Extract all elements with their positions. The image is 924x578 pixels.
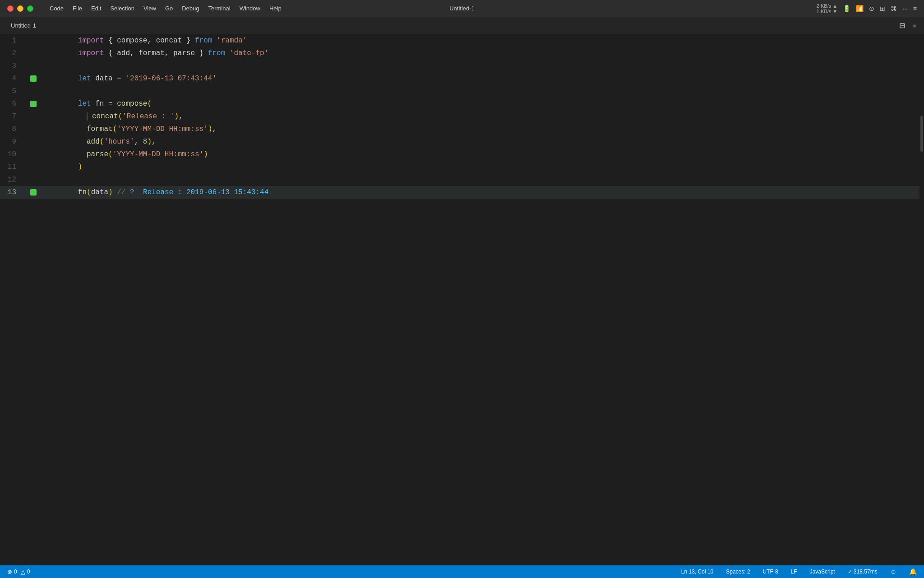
language-mode[interactable]: JavaScript <box>808 569 837 575</box>
line-number-7: 7 <box>0 110 27 123</box>
minimize-button[interactable] <box>17 5 23 12</box>
error-count-value: 0 <box>14 569 17 575</box>
line-number-2: 2 <box>0 47 27 60</box>
title-bar-right: 2 KB/s ▲1 KB/s ▼ 🔋 📶 ⊙ ⊞ ⌘ ··· ≡ <box>817 3 917 14</box>
status-right: Ln 13, Col 10 Spaces: 2 UTF-8 LF JavaScr… <box>679 568 919 575</box>
menu-view[interactable]: View <box>140 4 160 13</box>
line-number-11: 11 <box>0 161 27 173</box>
breakpoint-6[interactable] <box>30 101 37 107</box>
line-content-13: fn(data) // ? Release : 2019-06-13 15:43… <box>40 173 924 211</box>
line-number-8: 8 <box>0 123 27 135</box>
cursor-position[interactable]: Ln 13, Col 10 <box>679 569 715 575</box>
eol[interactable]: LF <box>789 569 799 575</box>
line-number-5: 5 <box>0 85 27 98</box>
dot-icon: ● <box>912 22 917 30</box>
line-number-9: 9 <box>0 135 27 148</box>
status-left: ⊗ 0 △ 0 <box>5 569 32 575</box>
maximize-button[interactable] <box>27 5 33 12</box>
gutter-4 <box>27 75 40 82</box>
bandwidth-display: 2 KB/s ▲1 KB/s ▼ <box>817 3 837 14</box>
menu-file[interactable]: File <box>69 4 86 13</box>
line-number-3: 3 <box>0 60 27 72</box>
more-icon: ··· <box>902 5 908 12</box>
line-number-12: 12 <box>0 173 27 186</box>
wifi-icon: 📶 <box>856 5 864 12</box>
window-title: Untitled-1 <box>449 5 475 12</box>
menu-selection[interactable]: Selection <box>106 4 138 13</box>
menu-terminal[interactable]: Terminal <box>205 4 234 13</box>
menu-debug[interactable]: Debug <box>178 4 203 13</box>
error-count[interactable]: ⊗ 0 △ 0 <box>5 569 32 575</box>
code-line-11: 11 ) <box>0 161 924 173</box>
warning-icon: △ <box>21 569 25 575</box>
editor[interactable]: 1 import { compose, concat } from 'ramda… <box>0 34 924 565</box>
split-editor-icon[interactable]: ⊟ <box>899 21 905 30</box>
code-line-4: 4 let data = '2019-06-13 07:43:44' <box>0 72 924 85</box>
tab-bar: Untitled-1 ⊟ ● <box>0 17 924 34</box>
tab-untitled[interactable]: Untitled-1 <box>7 20 40 31</box>
editor-scrollbar[interactable] <box>919 34 924 565</box>
menu-bar: Code File Edit Selection View Go Debug T… <box>46 4 285 13</box>
line-number-13: 13 <box>0 186 27 199</box>
line-number-6: 6 <box>0 98 27 110</box>
list-icon: ≡ <box>913 5 917 12</box>
warning-count-value: 0 <box>27 569 30 575</box>
code-line-13: 13 fn(data) // ? Release : 2019-06-13 15… <box>0 186 924 199</box>
code-line-2: 2 import { add, format, parse } from 'da… <box>0 47 924 60</box>
line-number-1: 1 <box>0 34 27 47</box>
gutter-13 <box>27 189 40 196</box>
menu-code[interactable]: Code <box>46 4 67 13</box>
status-bar: ⊗ 0 △ 0 Ln 13, Col 10 Spaces: 2 UTF-8 LF… <box>0 565 924 578</box>
bell-icon[interactable]: 🔔 <box>907 568 919 575</box>
menu-go[interactable]: Go <box>162 4 176 13</box>
line-number-4: 4 <box>0 72 27 85</box>
breakpoint-13[interactable] <box>30 189 37 196</box>
tab-right-icons: ⊟ ● <box>899 21 917 30</box>
menu-help[interactable]: Help <box>266 4 285 13</box>
line-number-10: 10 <box>0 148 27 161</box>
smiley-icon[interactable]: ☺ <box>888 568 898 575</box>
breakpoint-4[interactable] <box>30 75 37 82</box>
encoding[interactable]: UTF-8 <box>761 569 780 575</box>
close-button[interactable] <box>7 5 14 12</box>
extension-icon: ⌘ <box>891 5 897 12</box>
menu-edit[interactable]: Edit <box>88 4 105 13</box>
cast-icon: ⊙ <box>869 5 874 12</box>
controlcenter-icon: ⊞ <box>880 5 885 12</box>
title-bar-left: Code File Edit Selection View Go Debug T… <box>7 4 285 13</box>
timing: ✓ 318.57ms <box>846 569 879 575</box>
battery-icon: 🔋 <box>843 5 850 12</box>
gutter-6 <box>27 101 40 107</box>
error-icon: ⊗ <box>7 569 12 575</box>
indentation[interactable]: Spaces: 2 <box>724 569 752 575</box>
title-bar: Code File Edit Selection View Go Debug T… <box>0 0 924 17</box>
menu-window[interactable]: Window <box>236 4 264 13</box>
scrollbar-thumb[interactable] <box>920 116 923 152</box>
